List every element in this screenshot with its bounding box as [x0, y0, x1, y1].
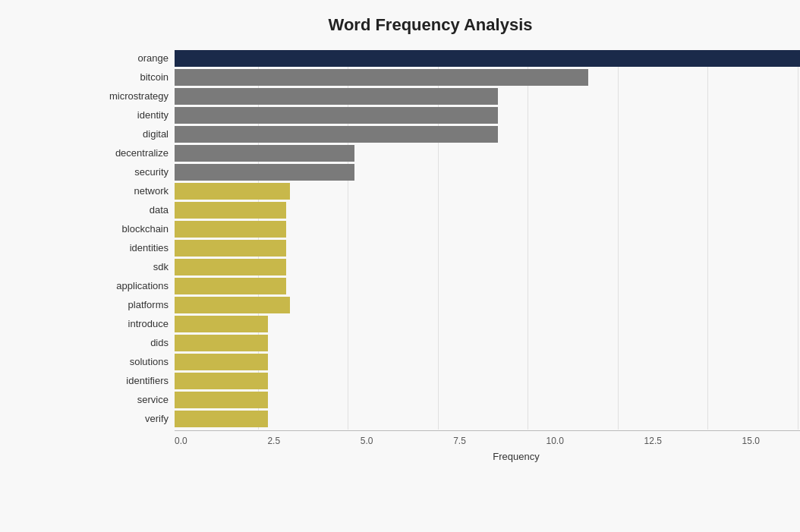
- x-axis-label: Frequency: [175, 451, 800, 462]
- bar-label: introduce: [85, 316, 169, 332]
- chart-inner: orangebitcoinmicrostrategyidentitydigita…: [91, 50, 770, 506]
- bar-label: microstrategy: [85, 88, 169, 105]
- bar-fill: [175, 50, 800, 67]
- bar-fill: [175, 221, 286, 238]
- bar-fill: [175, 88, 498, 105]
- bar-label: dids: [85, 335, 169, 351]
- bar-label: identities: [85, 240, 169, 257]
- bar-row: service: [175, 392, 800, 408]
- bar-row: identities: [175, 240, 800, 257]
- bar-fill: [175, 183, 290, 200]
- bar-label: platforms: [85, 297, 169, 313]
- bar-label: blockchain: [85, 221, 169, 238]
- bar-fill: [175, 392, 268, 408]
- bar-row: bitcoin: [175, 69, 800, 86]
- bar-fill: [175, 164, 354, 181]
- bar-row: network: [175, 183, 800, 200]
- bar-label: solutions: [85, 354, 169, 370]
- x-tick: 15.0: [742, 436, 760, 446]
- bar-row: platforms: [175, 297, 800, 313]
- bar-label: data: [85, 202, 169, 219]
- x-axis: 0.02.55.07.510.012.515.017.5: [175, 430, 800, 446]
- bar-label: sdk: [85, 259, 169, 275]
- bar-label: identity: [85, 107, 169, 124]
- bar-row: digital: [175, 126, 800, 143]
- chart-title: Word Frequency Analysis: [91, 15, 770, 35]
- bar-fill: [175, 411, 268, 427]
- bar-row: data: [175, 202, 800, 219]
- x-tick: 10.0: [546, 436, 564, 446]
- x-tick: 5.0: [361, 436, 373, 446]
- bar-fill: [175, 316, 268, 332]
- bar-row: sdk: [175, 259, 800, 275]
- bar-label: digital: [85, 126, 169, 143]
- bar-fill: [175, 126, 498, 143]
- x-tick: 7.5: [453, 436, 466, 446]
- bars-area: orangebitcoinmicrostrategyidentitydigita…: [175, 50, 800, 427]
- bar-label: network: [85, 183, 169, 200]
- chart-container: Word Frequency Analysis orangebitcoinmic…: [0, 0, 800, 532]
- bar-row: security: [175, 164, 800, 181]
- bar-row: blockchain: [175, 221, 800, 238]
- bar-row: microstrategy: [175, 88, 800, 105]
- bar-row: orange: [175, 50, 800, 67]
- bar-row: verify: [175, 411, 800, 427]
- bar-fill: [175, 107, 498, 124]
- bar-row: solutions: [175, 354, 800, 370]
- x-tick: 2.5: [267, 436, 280, 446]
- bar-row: identifiers: [175, 373, 800, 389]
- x-tick: 0.0: [175, 436, 187, 446]
- bar-label: security: [85, 164, 169, 181]
- bar-fill: [175, 240, 286, 257]
- bar-fill: [175, 297, 290, 313]
- x-tick: 12.5: [644, 436, 662, 446]
- bar-label: identifiers: [85, 373, 169, 389]
- bar-label: decentralize: [85, 145, 169, 162]
- bar-fill: [175, 69, 588, 86]
- bar-label: applications: [85, 278, 169, 294]
- bar-row: introduce: [175, 316, 800, 332]
- bar-row: applications: [175, 278, 800, 294]
- bar-label: service: [85, 392, 169, 408]
- bar-fill: [175, 202, 286, 219]
- bar-label: verify: [85, 411, 169, 427]
- bar-fill: [175, 278, 286, 294]
- bar-label: orange: [85, 50, 169, 67]
- bar-row: decentralize: [175, 145, 800, 162]
- x-axis-area: 0.02.55.07.510.012.515.017.5Frequency: [91, 430, 770, 462]
- bar-row: identity: [175, 107, 800, 124]
- bar-fill: [175, 259, 286, 275]
- bar-fill: [175, 373, 268, 389]
- bar-row: dids: [175, 335, 800, 351]
- bar-fill: [175, 335, 268, 351]
- bar-label: bitcoin: [85, 69, 169, 86]
- bar-fill: [175, 354, 268, 370]
- bar-fill: [175, 145, 354, 162]
